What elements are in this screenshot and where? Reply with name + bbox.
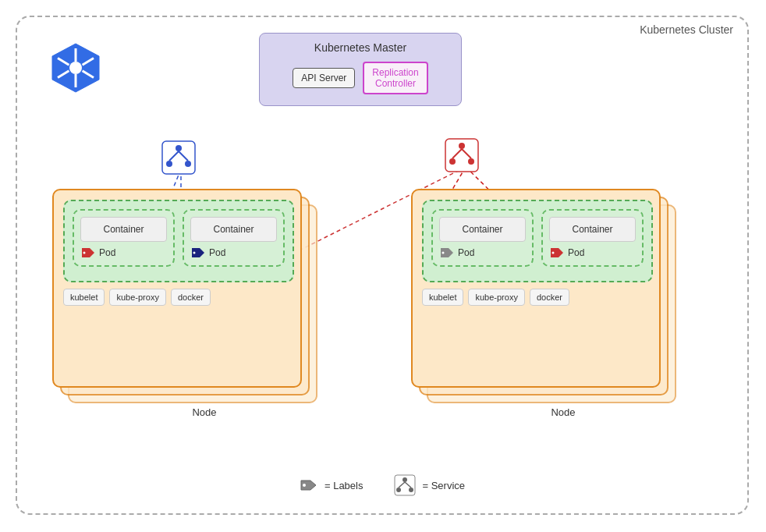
node-layer-front-right: Container Pod (411, 189, 661, 388)
kube-proxy-chip-left: kube-proxy (109, 289, 165, 306)
svg-point-23 (449, 158, 456, 165)
cluster-label: Kubernetes Cluster (640, 23, 733, 36)
svg-point-35 (409, 488, 413, 492)
svg-point-30 (552, 252, 555, 254)
kubernetes-logo (48, 41, 103, 95)
pod-label-left-2: Pod (190, 246, 277, 259)
node-group-right: Container Pod (411, 189, 715, 423)
pod-left-2: Container Pod (183, 209, 285, 267)
docker-chip-right: docker (530, 289, 569, 306)
node-label-right: Node (411, 406, 715, 418)
svg-point-33 (403, 477, 407, 482)
node-label-left: Node (52, 406, 356, 418)
node-stack-right: Container Pod (411, 189, 676, 403)
container-left-2: Container (190, 217, 277, 242)
tag-icon (300, 478, 318, 492)
master-title: Kubernetes Master (271, 41, 450, 54)
svg-point-9 (71, 63, 80, 73)
svg-point-16 (176, 145, 182, 151)
services-row-right: kubelet kube-proxy docker (422, 289, 653, 306)
svg-point-28 (193, 252, 196, 254)
kube-proxy-chip-right: kube-proxy (468, 289, 524, 306)
svg-point-34 (396, 488, 401, 492)
legend-service: = Service (394, 474, 465, 496)
docker-chip-left: docker (171, 289, 211, 306)
pod-label-right-2: Pod (549, 246, 636, 259)
api-server-box: API Server (293, 68, 355, 88)
pod-right-2: Container Pod (541, 209, 644, 267)
pods-row-left: Container Pod (73, 209, 285, 267)
svg-point-18 (185, 161, 191, 167)
container-right-1: Container (439, 217, 526, 242)
pod-label-left-1: Pod (80, 246, 167, 259)
pod-right-1: Container Pod (431, 209, 534, 267)
master-box: Kubernetes Master API Server Replication… (259, 33, 462, 106)
service-icon-red (445, 138, 479, 175)
pods-row-right: Container Pod (431, 209, 644, 267)
pod-left-1: Container Pod (73, 209, 175, 267)
kubernetes-cluster-boundary: Kubernetes Cluster Kubernetes Master API… (16, 16, 749, 515)
node-group-left: Container Pod (52, 189, 356, 423)
svg-point-17 (166, 161, 172, 167)
legend-labels: = Labels (300, 474, 363, 496)
services-row-left: kubelet kube-proxy docker (63, 289, 294, 306)
legend: = Labels = Service (17, 474, 747, 496)
container-right-2: Container (549, 217, 636, 242)
kubelet-chip-right: kubelet (422, 289, 463, 306)
kubelet-chip-left: kubelet (63, 289, 105, 306)
service-icon-blue (161, 140, 196, 177)
svg-point-22 (459, 143, 465, 149)
svg-point-31 (303, 484, 306, 487)
svg-point-29 (442, 252, 445, 254)
pod-label-right-1: Pod (439, 246, 526, 259)
service-legend-icon (394, 474, 416, 496)
svg-point-27 (83, 252, 86, 254)
node-stack-left: Container Pod (52, 189, 317, 403)
node-layer-front-left: Container Pod (52, 189, 302, 388)
svg-point-24 (468, 158, 474, 165)
legend-service-text: = Service (422, 480, 465, 491)
replication-controller-box: Replication Controller (363, 62, 427, 94)
container-left-1: Container (80, 217, 167, 242)
legend-labels-text: = Labels (324, 480, 363, 491)
